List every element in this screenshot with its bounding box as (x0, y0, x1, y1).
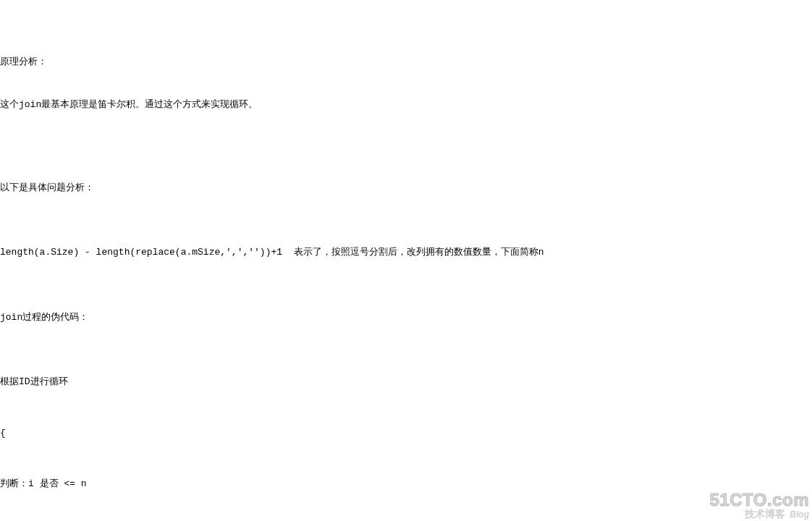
principle-text: 这个join最基本原理是笛卡尔积。通过这个方式来实现循环。 (0, 98, 812, 112)
watermark-tagline-text: 技术博客 (745, 508, 785, 520)
outer-loop-label: 根据ID进行循环 (0, 376, 812, 389)
pseudocode-label: join过程的伪代码： (0, 311, 812, 325)
watermark-brand: 51CTO.com (710, 491, 809, 509)
watermark-tagline: 技术博客Blog (710, 509, 809, 520)
analysis-intro: 以下是具体问题分析： (0, 182, 812, 195)
document-body: 原理分析： 这个join最基本原理是笛卡尔积。通过这个方式来实现循环。 以下是具… (0, 0, 812, 521)
watermark: 51CTO.com 技术博客Blog (710, 491, 809, 520)
watermark-blog: Blog (790, 509, 809, 520)
length-expression: length(a.Size) - length(replace(a.mSize,… (0, 246, 812, 260)
brace-open: { (0, 427, 812, 441)
judge-line: 判断：i 是否 <= n (0, 478, 812, 491)
section-title-principle: 原理分析： (0, 56, 812, 69)
